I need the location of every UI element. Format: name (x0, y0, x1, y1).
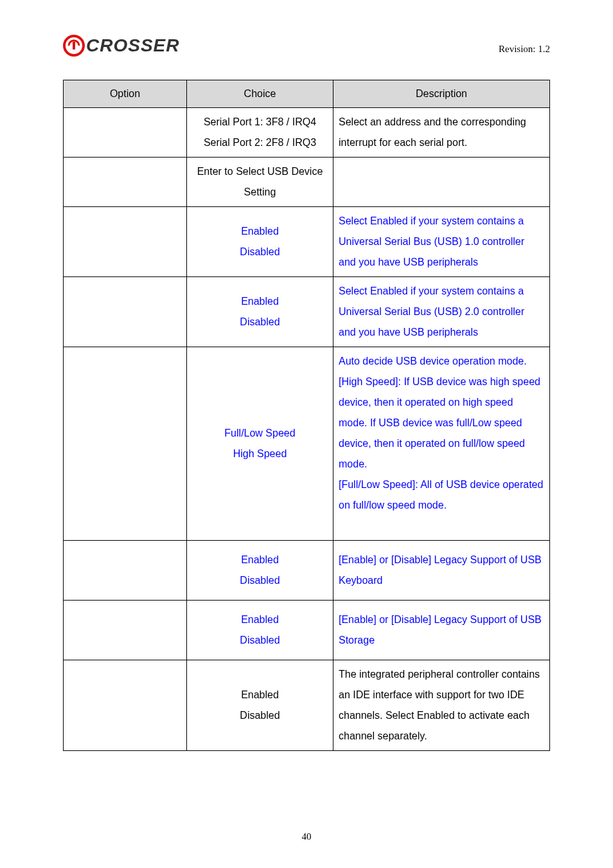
description-cell: The integrated peripheral controller con… (333, 660, 550, 751)
description-text (339, 172, 544, 192)
logo-text: CROSSER (86, 35, 179, 56)
page-number: 40 (0, 831, 613, 842)
choice-cell: EnabledDisabled (187, 277, 333, 347)
table-row: EnabledDisabledSelect Enabled if your sy… (64, 207, 550, 277)
choice-text: Enabled (192, 221, 328, 242)
logo: CROSSER (63, 35, 179, 57)
description-cell: Select Enabled if your system contains a… (333, 277, 550, 347)
logo-mark-icon (63, 35, 85, 57)
choice-cell: EnabledDisabled (187, 541, 333, 601)
option-cell (64, 207, 187, 277)
description-cell: Select an address and the corresponding … (333, 108, 550, 158)
description-text: The integrated peripheral controller con… (339, 664, 544, 746)
option-cell (64, 108, 187, 158)
table-row: Full/Low SpeedHigh SpeedAuto decide USB … (64, 347, 550, 541)
header-description: Description (333, 80, 550, 108)
option-cell (64, 277, 187, 347)
option-cell (64, 660, 187, 751)
choice-text: Disabled (192, 312, 328, 332)
description-cell: [Enable] or [Disable] Legacy Support of … (333, 541, 550, 601)
table-row: Serial Port 1: 3F8 / IRQ4Serial Port 2: … (64, 108, 550, 158)
description-cell: Select Enabled if your system contains a… (333, 207, 550, 277)
table-row: EnabledDisabledThe integrated peripheral… (64, 660, 550, 751)
table-row: Enter to Select USB Device Setting (64, 158, 550, 207)
choice-text: Disabled (192, 570, 328, 591)
table-row: EnabledDisabled[Enable] or [Disable] Leg… (64, 601, 550, 660)
description-text: Select an address and the corresponding … (339, 112, 544, 153)
revision-text: Revision: 1.2 (499, 44, 550, 55)
table-row: EnabledDisabledSelect Enabled if your sy… (64, 277, 550, 347)
choice-cell: EnabledDisabled (187, 207, 333, 277)
choice-cell: Full/Low SpeedHigh Speed (187, 347, 333, 541)
choice-text: Enabled (192, 291, 328, 312)
table-header-row: Option Choice Description (64, 80, 550, 108)
description-text: Auto decide USB device operation mode. (339, 351, 544, 372)
option-cell (64, 541, 187, 601)
choice-cell: Enter to Select USB Device Setting (187, 158, 333, 207)
description-text: Select Enabled if your system contains a… (339, 211, 544, 273)
choice-text: Disabled (192, 242, 328, 262)
option-cell (64, 347, 187, 541)
choice-text: Serial Port 2: 2F8 / IRQ3 (192, 132, 328, 153)
choice-text: Serial Port 1: 3F8 / IRQ4 (192, 112, 328, 132)
description-text: [Enable] or [Disable] Legacy Support of … (339, 610, 544, 651)
choice-text: Enabled (192, 550, 328, 570)
description-text (339, 516, 544, 536)
description-text: [Full/Low Speed]: All of USB device oper… (339, 475, 544, 516)
option-cell (64, 158, 187, 207)
choice-text: Full/Low Speed (192, 423, 328, 444)
description-cell: [Enable] or [Disable] Legacy Support of … (333, 601, 550, 660)
svg-rect-1 (73, 42, 75, 50)
table-row: EnabledDisabled[Enable] or [Disable] Leg… (64, 541, 550, 601)
options-table: Option Choice Description Serial Port 1:… (63, 80, 550, 751)
option-cell (64, 601, 187, 660)
choice-text: Disabled (192, 630, 328, 651)
choice-text: High Speed (192, 444, 328, 464)
choice-cell: EnabledDisabled (187, 660, 333, 751)
choice-cell: Serial Port 1: 3F8 / IRQ4Serial Port 2: … (187, 108, 333, 158)
choice-cell: EnabledDisabled (187, 601, 333, 660)
description-cell (333, 158, 550, 207)
header-option: Option (64, 80, 187, 108)
choice-text: Enter to Select USB Device Setting (192, 161, 328, 203)
choice-text: Enabled (192, 685, 328, 705)
header-choice: Choice (187, 80, 333, 108)
choice-text: Enabled (192, 610, 328, 630)
choice-text: Disabled (192, 705, 328, 726)
description-cell: Auto decide USB device operation mode.[H… (333, 347, 550, 541)
description-text: [High Speed]: If USB device was high spe… (339, 372, 544, 475)
description-text: Select Enabled if your system contains a… (339, 281, 544, 343)
description-text: [Enable] or [Disable] Legacy Support of … (339, 550, 544, 591)
